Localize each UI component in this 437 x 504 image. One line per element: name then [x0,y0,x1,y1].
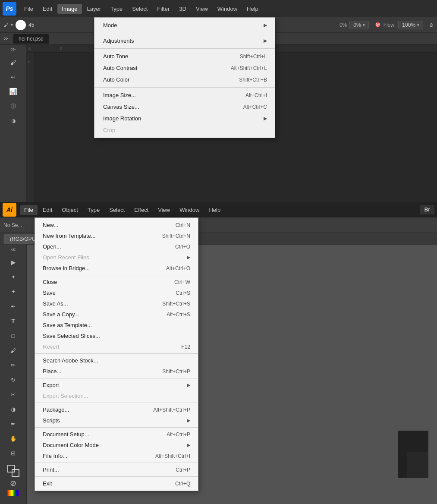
ai-file-close[interactable]: Close Ctrl+W [35,277,198,287]
ps-menu-image-size[interactable]: Image Size... Alt+Ctrl+I [94,89,275,101]
ai-tool-eyedropper[interactable]: ✒ [6,417,21,430]
ps-menu-edit[interactable]: Edit [38,4,57,14]
ai-tool-paintbrush[interactable]: 🖌 [6,344,21,357]
ps-opacity-label: 0% [340,22,347,28]
ps-menu-mode[interactable]: Mode ▶ [94,19,275,31]
ps-tool-histogram[interactable]: 📊 [6,85,21,98]
ai-tool-scissors[interactable]: ✂ [6,388,21,401]
ai-file-save-copy[interactable]: Save a Copy... Alt+Ctrl+S [35,309,198,320]
ps-menu-layer[interactable]: Layer [83,4,106,14]
ai-file-package[interactable]: Package... Alt+Shift+Ctrl+P [35,404,198,415]
ps-airbrush-icon: ⊘ [429,22,434,28]
ai-file-bridge[interactable]: Browse in Bridge... Alt+Ctrl+O [35,263,198,274]
ai-tool-magic-wand[interactable]: ✦ [6,285,21,298]
ai-file-exit[interactable]: Exit Ctrl+Q [35,478,198,489]
ai-tool-gradient[interactable]: ◑ [6,403,21,416]
ai-menu-select[interactable]: Select [105,205,129,215]
ai-file-new-template[interactable]: New from Template... Shift+Ctrl+N [35,230,198,241]
ai-file-revert[interactable]: Revert F12 [35,341,198,352]
ps-menu-auto-color[interactable]: Auto Color Shift+Ctrl+B [94,74,275,85]
ai-file-export-selection[interactable]: Export Selection... [35,391,198,401]
ai-tool-select[interactable]: ▶ [6,256,21,269]
ai-file-bridge-label: Browse in Bridge... [43,265,90,271]
ps-tool-brush[interactable]: 🖌 [6,56,21,69]
ai-menu-window[interactable]: Window [175,205,204,215]
ai-spectrum-bar[interactable] [7,490,19,496]
ai-file-save-template-label: Save as Template... [43,322,92,328]
ai-menu-type[interactable]: Type [83,205,104,215]
ps-menu-type[interactable]: Type [106,4,127,14]
ai-bridge-button[interactable]: Br [420,205,434,214]
ai-file-search-stock[interactable]: Search Adobe Stock... [35,355,198,366]
ai-menu-help[interactable]: Help [204,205,225,215]
ai-menu-effect[interactable]: Effect [130,205,153,215]
ai-file-export-selection-label: Export Selection... [43,393,88,399]
ai-tool-direct-select[interactable]: ✦ [6,271,21,284]
ps-flow-dropdown[interactable]: 100% ▾ [398,21,423,29]
ai-fill-stroke[interactable] [7,465,19,477]
ps-menu-adjustments[interactable]: Adjustments ▶ [94,35,275,47]
ai-file-exit-shortcut: Ctrl+Q [175,481,190,487]
ai-stroke-box [12,469,19,477]
ai-file-open[interactable]: Open... Ctrl+O [35,241,198,252]
ps-menu-auto-tone[interactable]: Auto Tone Shift+Ctrl+L [94,50,275,62]
ps-tools-expand[interactable]: ≫ [11,47,16,52]
ps-menu-auto-contrast[interactable]: Auto Contrast Alt+Shift+Ctrl+L [94,62,275,74]
ps-adjustments-label: Adjustments [103,38,134,44]
ps-menu-view[interactable]: View [192,4,212,14]
ai-tool-artboard[interactable]: ⊞ [6,447,21,460]
ps-menu-3d[interactable]: 3D [175,4,191,14]
ai-file-save[interactable]: Save Ctrl+S [35,287,198,298]
ai-file-scripts-arrow: ▶ [187,418,190,423]
ps-menu-image[interactable]: Image [57,4,82,14]
ai-tools-expand[interactable]: ≪ [11,247,16,252]
ai-tool-hand[interactable]: ✋ [6,432,21,445]
ai-file-save-template[interactable]: Save as Template... [35,320,198,331]
ps-menu-filter[interactable]: Filter [153,4,174,14]
ai-file-export[interactable]: Export ▶ [35,380,198,391]
ai-file-info[interactable]: File Info... Alt+Shift+Ctrl+I [35,450,198,461]
ps-menu-select[interactable]: Select [128,4,152,14]
photoshop-window: Ps File Edit Image Layer Type Select Fil… [0,0,437,203]
ai-file-save-as[interactable]: Save As... Shift+Ctrl+S [35,298,198,309]
ps-flow-arrow: ▾ [417,23,419,27]
ps-brush-dropdown-arrow[interactable]: ▾ [11,22,13,27]
ai-file-doc-setup[interactable]: Document Setup... Alt+Ctrl+P [35,429,198,440]
ps-menu-file[interactable]: File [20,4,38,14]
ai-menu-object[interactable]: Object [57,205,82,215]
ps-menu-crop[interactable]: Crop [94,124,275,136]
ai-file-bridge-shortcut: Alt+Ctrl+O [166,265,190,271]
ps-expand-icon[interactable]: ≫ [3,36,9,41]
ps-menu-canvas-size[interactable]: Canvas Size... Alt+Ctrl+C [94,101,275,113]
ai-file-place[interactable]: Place... Shift+Ctrl+P [35,366,198,377]
ai-menu-view[interactable]: View [154,205,174,215]
ps-tool-history[interactable]: ↩ [6,70,21,83]
ai-sep-1 [35,275,198,275]
ps-document-tab[interactable]: hei hei.psd [13,34,49,44]
ai-file-color-mode[interactable]: Document Color Mode ▶ [35,440,198,450]
ai-tool-text[interactable]: T [6,315,21,328]
ai-tool-pen[interactable]: ✒ [6,300,21,313]
ps-menu-image-rotation[interactable]: Image Rotation ▶ [94,113,275,124]
ps-menu-window[interactable]: Window [213,4,242,14]
ai-menu-file[interactable]: File [20,205,38,215]
ai-file-scripts[interactable]: Scripts ▶ [35,415,198,426]
ps-image-size-label: Image Size... [103,92,136,98]
ai-file-save-slices[interactable]: Save Selected Slices... [35,331,198,341]
ps-tool-options[interactable]: ◑ [6,114,21,127]
ps-ruler-tick-1: 0 [60,47,62,51]
ai-tool-shape[interactable]: □ [6,329,21,342]
ai-tool-pencil[interactable]: ✏ [6,359,21,372]
ai-none-icon[interactable]: ⊘ [10,479,16,488]
ai-file-open-recent[interactable]: Open Recent Files ▶ [35,252,198,263]
ai-tool-rotate[interactable]: ↻ [6,373,21,386]
ai-file-print[interactable]: Print... Ctrl+P [35,464,198,475]
ai-file-place-label: Place... [43,368,61,375]
ai-file-new-shortcut: Ctrl+N [176,222,190,228]
ps-tool-info[interactable]: ⓘ [6,100,21,113]
ai-file-new[interactable]: New... Ctrl+N [35,220,198,230]
ps-opacity-dropdown[interactable]: 0% ▾ [349,21,368,29]
ai-menu-edit[interactable]: Edit [38,205,57,215]
ps-menu-help[interactable]: Help [242,4,263,14]
ai-file-place-shortcut: Shift+Ctrl+P [162,369,190,375]
